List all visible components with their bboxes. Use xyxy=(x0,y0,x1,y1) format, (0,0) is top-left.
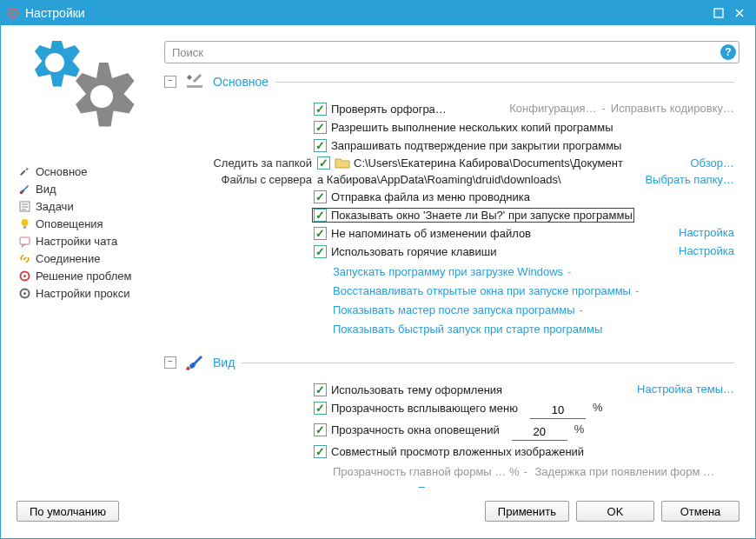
sidebar-list: Основное Вид Задачи Оповещения Настройки… xyxy=(17,163,164,302)
defaults-button[interactable]: По умолчанию xyxy=(17,501,119,522)
section-title: Вид xyxy=(213,356,235,369)
link-restore-windows[interactable]: Восстанавливать открытые окна при запуск… xyxy=(333,284,631,297)
link-icon xyxy=(17,251,32,265)
sidebar-item-notify[interactable]: Оповещения xyxy=(17,215,164,232)
link-main-opacity[interactable]: Прозрачность главной формы … % xyxy=(333,465,520,478)
sidebar-label: Вид xyxy=(36,183,56,196)
checkbox-notif-opacity[interactable] xyxy=(314,423,327,436)
ok-button[interactable]: OK xyxy=(576,501,654,522)
sidebar-item-tasks[interactable]: Задачи xyxy=(17,197,164,215)
link-encoding[interactable]: Исправить кодировку… xyxy=(611,102,734,115)
collapse-button[interactable]: − xyxy=(164,356,176,369)
highlighted-setting: Показывать окно 'Знаете ли Вы?' при запу… xyxy=(312,208,634,223)
watch-folder-label: Следить за папкой xyxy=(164,156,317,170)
brush-icon xyxy=(17,182,32,196)
svg-point-13 xyxy=(23,292,26,295)
svg-rect-5 xyxy=(20,191,23,194)
checkbox-hotkeys[interactable] xyxy=(314,245,327,258)
bulb-icon xyxy=(17,216,32,230)
svg-point-11 xyxy=(23,275,26,277)
sidebar-label: Основное xyxy=(36,165,88,178)
main-extra-links: Запускать программу при загрузке Windows… xyxy=(312,261,734,339)
link-tune-hotkeys[interactable]: Настройка xyxy=(679,244,734,257)
help-button[interactable]: ? xyxy=(720,44,736,60)
collapse-button[interactable]: − xyxy=(164,76,176,88)
settings-content[interactable]: − Основное Проверять орфогра… Конфигурац… xyxy=(164,72,739,488)
folder-icon xyxy=(335,156,350,169)
sidebar-item-troubleshoot[interactable]: Решение проблем xyxy=(17,267,164,284)
sidebar-label: Оповещения xyxy=(36,217,103,230)
checkbox-nested-img[interactable] xyxy=(314,445,327,458)
svg-point-3 xyxy=(45,53,64,72)
link-wizard[interactable]: Показывать мастер после запуска программ… xyxy=(333,303,575,316)
svg-rect-2 xyxy=(714,9,723,17)
sidebar-label: Решение проблем xyxy=(36,270,131,283)
task-icon xyxy=(17,199,32,213)
sidebar-label: Настройки чата xyxy=(36,235,117,248)
link-browse[interactable]: Обзор… xyxy=(690,156,734,170)
close-button[interactable] xyxy=(729,4,750,22)
svg-point-7 xyxy=(21,219,28,226)
server-files-label: Файлы с сервера xyxy=(164,173,317,186)
titlebar: Настройки xyxy=(1,1,755,25)
checkbox-did-you-know[interactable] xyxy=(314,209,327,222)
watch-path: C:\Users\Екатерина Кабирова\Documents\До… xyxy=(354,156,681,170)
checkbox-multi-copy[interactable] xyxy=(314,121,327,134)
svg-rect-14 xyxy=(187,85,202,88)
sidebar-label: Настройки прокси xyxy=(36,287,129,300)
view-extra-links: Прозрачность главной формы … %- Задержка… xyxy=(312,461,734,488)
input-notif-opacity[interactable] xyxy=(512,423,567,441)
checkbox-watch-folder[interactable] xyxy=(317,156,330,170)
sidebar-item-chat[interactable]: Настройки чата xyxy=(17,232,164,250)
sidebar-item-view[interactable]: Вид xyxy=(17,180,164,197)
link-autostart[interactable]: Запускать программу при загрузке Windows xyxy=(333,265,563,278)
gear-gray-icon xyxy=(17,286,32,300)
checkbox-popup-opacity[interactable] xyxy=(314,402,327,415)
sidebar-item-proxy[interactable]: Настройки прокси xyxy=(17,284,164,302)
search-input[interactable] xyxy=(164,41,739,63)
input-popup-opacity[interactable] xyxy=(530,401,586,419)
link-taskbar[interactable]: Показывать программу на панели задач xyxy=(417,484,628,488)
server-path: а Кабирова\AppData\Roaming\druid\downloa… xyxy=(317,173,636,186)
wrench-icon xyxy=(17,164,32,178)
window-title: Настройки xyxy=(25,6,708,20)
svg-rect-8 xyxy=(23,226,26,229)
brush-large-icon xyxy=(183,353,208,372)
settings-window: Настройки xyxy=(0,0,756,539)
checkbox-explorer-send[interactable] xyxy=(314,190,327,203)
svg-point-4 xyxy=(90,85,113,108)
chat-icon xyxy=(17,234,32,248)
checkbox-spellcheck[interactable] xyxy=(314,103,327,116)
checkbox-theme[interactable] xyxy=(314,383,327,396)
link-choose-folder[interactable]: Выбрать папку… xyxy=(645,173,734,186)
link-quicklaunch[interactable]: Показывать быстрый запуск при старте про… xyxy=(333,323,602,336)
gears-image xyxy=(17,41,164,154)
sidebar-label: Задачи xyxy=(36,200,74,213)
cancel-button[interactable]: Отмена xyxy=(661,501,739,522)
link-theme-tune[interactable]: Настройка темы… xyxy=(637,383,734,396)
tools-icon xyxy=(183,72,208,91)
link-tune-remind[interactable]: Настройка xyxy=(679,226,734,239)
section-view: − Вид Использовать тему оформления Настр… xyxy=(164,353,734,488)
section-title: Основное xyxy=(213,75,269,89)
apply-button[interactable]: Применить xyxy=(485,501,569,522)
gear-red-icon xyxy=(17,269,32,283)
checkbox-no-remind[interactable] xyxy=(314,227,327,240)
sidebar-item-main[interactable]: Основное xyxy=(17,163,164,180)
checkbox-confirm-close[interactable] xyxy=(314,139,327,152)
sidebar-item-conn[interactable]: Соединение xyxy=(17,250,164,267)
app-icon xyxy=(6,6,20,20)
svg-point-1 xyxy=(12,12,15,15)
dialog-footer: По умолчанию Применить OK Отмена xyxy=(1,496,755,538)
sidebar-label: Соединение xyxy=(36,252,101,265)
section-main: − Основное Проверять орфогра… Конфигурац… xyxy=(164,72,734,339)
minimize-button[interactable] xyxy=(708,4,729,22)
link-config[interactable]: Конфигурация… xyxy=(509,102,596,115)
svg-rect-9 xyxy=(20,237,30,244)
